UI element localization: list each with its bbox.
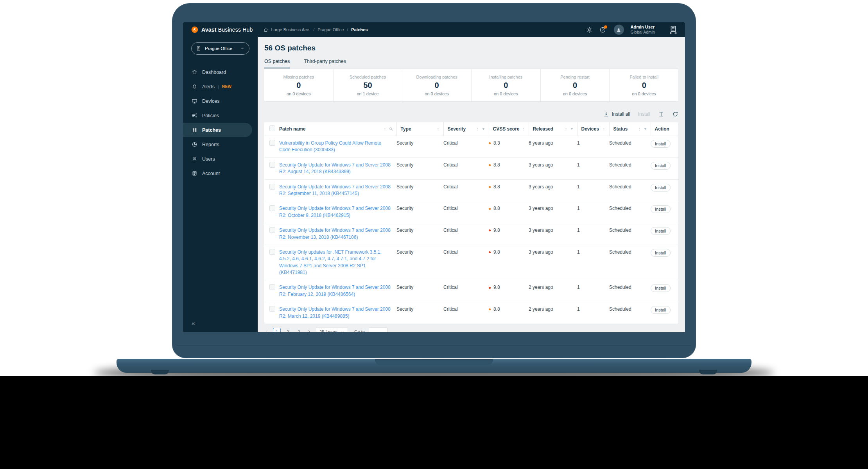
user-menu[interactable]: Admin User Global Admin bbox=[631, 25, 655, 35]
help-button[interactable] bbox=[599, 27, 606, 33]
sort-icon[interactable] bbox=[521, 127, 525, 131]
install-button[interactable]: Install bbox=[651, 284, 671, 292]
sort-icon[interactable] bbox=[602, 127, 606, 131]
page-prev-icon[interactable] bbox=[264, 329, 269, 332]
goto-page-input[interactable] bbox=[369, 328, 387, 332]
filter-icon[interactable] bbox=[481, 127, 486, 131]
page-number-3[interactable]: 3 bbox=[296, 328, 303, 332]
column-header-action[interactable]: Action bbox=[651, 122, 678, 136]
patch-name-link[interactable]: Security Only Update for Windows 7 and S… bbox=[279, 284, 391, 298]
sort-icon[interactable] bbox=[475, 127, 480, 131]
patch-name-link[interactable]: Vulnerability in Group Policy Could Allo… bbox=[279, 140, 391, 154]
patch-devices-cell: 1 bbox=[577, 302, 609, 324]
sort-icon[interactable] bbox=[564, 127, 568, 131]
row-checkbox[interactable] bbox=[269, 284, 275, 290]
stat-label: Downloading patches bbox=[416, 75, 457, 79]
page-number-2[interactable]: 2 bbox=[285, 328, 292, 332]
patch-name-link[interactable]: Security Only updates for .NET Framework… bbox=[279, 249, 391, 276]
page-number-1[interactable]: 1 bbox=[273, 328, 281, 332]
sidebar-item-label: Patches bbox=[202, 127, 221, 133]
cvss-value: 8.3 bbox=[493, 140, 500, 147]
sort-icon[interactable] bbox=[383, 127, 387, 131]
patch-name-link[interactable]: Security Only Update for Windows 7 and S… bbox=[279, 184, 391, 197]
install-button[interactable]: Install bbox=[651, 306, 671, 314]
patch-cvss-cell: 8.8 bbox=[489, 158, 529, 179]
column-header-devices[interactable]: Devices bbox=[577, 122, 609, 136]
site-selector[interactable]: Prague Office bbox=[191, 42, 249, 55]
install-button[interactable]: Install bbox=[651, 205, 671, 213]
install-button[interactable]: Install bbox=[651, 184, 671, 192]
install-button[interactable]: Install bbox=[651, 162, 671, 170]
patch-devices-cell: 1 bbox=[577, 201, 609, 223]
sidebar-item-account[interactable]: Account bbox=[183, 166, 258, 181]
patch-severity-cell: Critical bbox=[443, 280, 489, 302]
row-checkbox-cell bbox=[264, 223, 279, 245]
row-checkbox[interactable] bbox=[269, 140, 275, 146]
patch-action-cell: Install bbox=[651, 201, 678, 223]
sidebar-item-devices[interactable]: Devices bbox=[183, 94, 258, 108]
company-switcher-icon[interactable] bbox=[669, 25, 678, 34]
filter-icon[interactable] bbox=[570, 127, 574, 131]
filter-icon[interactable] bbox=[643, 127, 647, 131]
patch-severity-cell: Critical bbox=[443, 158, 489, 179]
patch-name-link[interactable]: Security Only Update for Windows 7 and S… bbox=[279, 306, 391, 320]
patch-action-cell: Install bbox=[651, 136, 678, 158]
sidebar-item-patches[interactable]: Patches bbox=[183, 123, 252, 137]
column-header-released[interactable]: Released bbox=[529, 122, 577, 136]
top-bar: Avast Business Hub Large Business Acc. /… bbox=[183, 22, 685, 37]
tab-third-party-patches[interactable]: Third-party patches bbox=[304, 59, 346, 68]
row-checkbox[interactable] bbox=[269, 227, 275, 233]
patch-name-link[interactable]: Security Only Update for Windows 7 and S… bbox=[279, 205, 391, 219]
page: Avast Business Hub Large Business Acc. /… bbox=[0, 0, 868, 469]
breadcrumb-home-icon[interactable] bbox=[263, 27, 268, 32]
patch-devices-cell: 1 bbox=[577, 136, 609, 158]
column-header-status[interactable]: Status bbox=[609, 122, 651, 136]
tabs: OS patches Third-party patches bbox=[264, 58, 678, 68]
sidebar-item-label: Account bbox=[202, 171, 220, 176]
sidebar-item-users[interactable]: Users bbox=[183, 152, 258, 166]
install-all-button[interactable]: Install all bbox=[603, 111, 630, 117]
patch-released-cell: 3 years ago bbox=[529, 223, 577, 245]
page-size-select[interactable]: 25 / page bbox=[316, 327, 348, 332]
sidebar-collapse-icon[interactable]: « bbox=[192, 320, 195, 326]
breadcrumb-item-current: Patches bbox=[351, 27, 368, 32]
stat-devices: on 0 devices bbox=[287, 91, 311, 96]
new-badge: NEW bbox=[222, 84, 232, 89]
install-button[interactable]: Install bbox=[651, 249, 671, 257]
settings-gear-icon[interactable] bbox=[586, 27, 593, 33]
stat-cell: Scheduled patches 50 on 1 device bbox=[333, 69, 402, 101]
sidebar-item-reports[interactable]: Reports bbox=[183, 137, 258, 152]
patch-status-cell: Scheduled bbox=[609, 201, 651, 223]
row-checkbox[interactable] bbox=[269, 162, 275, 168]
sidebar-item-alerts[interactable]: Alerts | NEW bbox=[183, 79, 258, 94]
stat-value: 0 bbox=[642, 81, 646, 90]
column-header-patch-name[interactable]: Patch name bbox=[279, 122, 396, 136]
breadcrumb-item-account[interactable]: Large Business Acc. bbox=[271, 27, 310, 32]
install-button-toolbar[interactable]: Install bbox=[638, 111, 650, 117]
sidebar-item-dashboard[interactable]: Dashboard bbox=[183, 65, 258, 79]
sort-icon[interactable] bbox=[436, 127, 440, 131]
row-checkbox[interactable] bbox=[269, 249, 275, 255]
row-height-icon[interactable] bbox=[658, 111, 664, 117]
tab-os-patches[interactable]: OS patches bbox=[264, 59, 290, 68]
table-row: Security Only updates for .NET Framework… bbox=[264, 245, 678, 280]
install-button[interactable]: Install bbox=[651, 140, 671, 148]
row-checkbox[interactable] bbox=[269, 205, 275, 211]
install-button[interactable]: Install bbox=[651, 227, 671, 235]
refresh-icon[interactable] bbox=[672, 111, 678, 117]
cvss-severity-dot bbox=[489, 287, 491, 289]
page-next-icon[interactable] bbox=[307, 329, 311, 332]
breadcrumb-item-site[interactable]: Prague Office bbox=[317, 27, 344, 32]
column-header-type[interactable]: Type bbox=[396, 122, 443, 136]
search-icon[interactable] bbox=[389, 127, 393, 131]
avatar[interactable] bbox=[614, 25, 624, 35]
select-all-checkbox[interactable] bbox=[269, 125, 275, 131]
row-checkbox[interactable] bbox=[269, 184, 275, 190]
row-checkbox[interactable] bbox=[269, 306, 275, 312]
patch-name-link[interactable]: Security Only Update for Windows 7 and S… bbox=[279, 162, 391, 175]
sidebar-item-policies[interactable]: Policies bbox=[183, 108, 258, 123]
patch-name-link[interactable]: Security Only Update for Windows 7 and S… bbox=[279, 227, 391, 241]
column-header-cvss-score[interactable]: CVSS score bbox=[489, 122, 529, 136]
sort-icon[interactable] bbox=[637, 127, 642, 131]
column-header-severity[interactable]: Severity bbox=[443, 122, 489, 136]
